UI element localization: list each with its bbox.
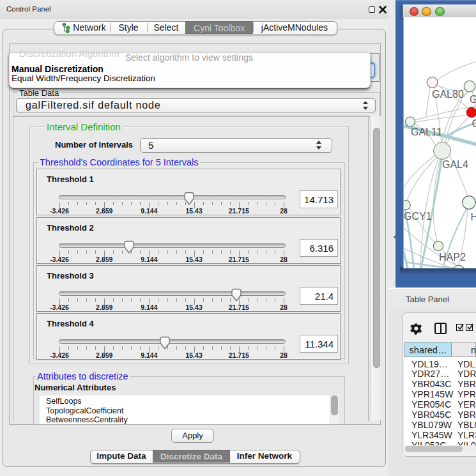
svg-text:GAL11: GAL11 (411, 127, 442, 137)
svg-text:H: H (471, 211, 476, 222)
svg-text:GAL80: GAL80 (432, 89, 464, 100)
svg-text:C: C (472, 118, 476, 129)
svg-text:GCY1: GCY1 (404, 211, 432, 222)
svg-text:HAP2: HAP2 (439, 252, 466, 263)
svg-text:GAL4: GAL4 (442, 159, 468, 170)
svg-text:GA: GA (470, 94, 476, 105)
